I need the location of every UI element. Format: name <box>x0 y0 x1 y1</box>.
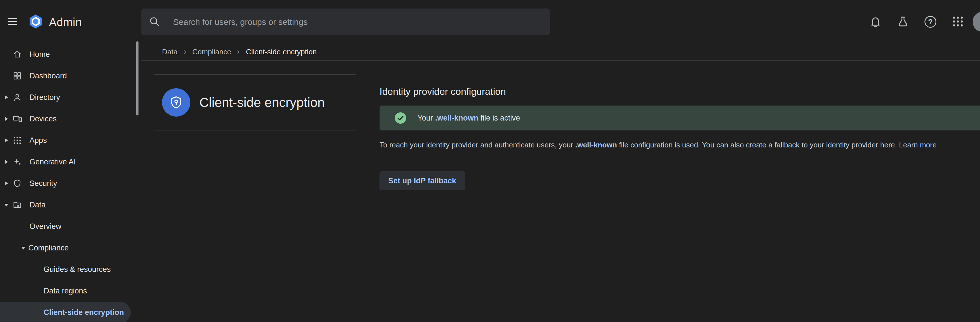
breadcrumb-link-data[interactable]: Data <box>162 48 178 56</box>
chevron-right-icon <box>0 138 13 143</box>
chevron-right-icon <box>0 95 13 100</box>
chevron-right-icon <box>0 181 13 186</box>
sidebar-item-label: Home <box>29 50 50 59</box>
success-banner: Your .well-known file is active <box>380 106 980 130</box>
sidebar-item-data-regions[interactable]: Data regions <box>0 280 141 301</box>
sidebar-scrollbar[interactable] <box>136 41 138 116</box>
home-icon <box>13 49 28 59</box>
page-title: Client-side encryption <box>199 95 325 110</box>
sidebar-item-label: Data <box>29 201 46 209</box>
chevron-right-icon <box>235 49 241 55</box>
chevron-right-icon <box>182 49 188 55</box>
section-divider <box>368 206 980 206</box>
breadcrumb: Data Compliance Client-side encryption <box>141 44 980 60</box>
person-icon <box>13 92 28 102</box>
apps-grid-button[interactable] <box>949 13 967 31</box>
avatar[interactable] <box>973 12 980 32</box>
sidebar-item-apps[interactable]: Apps <box>0 130 141 151</box>
setup-idp-fallback-button[interactable]: Set up IdP fallback <box>380 171 465 190</box>
description-part1: To reach your identity provider and auth… <box>380 141 575 149</box>
banner-text: Your .well-known file is active <box>417 114 520 122</box>
breadcrumb-current: Client-side encryption <box>246 48 317 56</box>
sidebar-item-label: Guides & resources <box>44 265 111 274</box>
hamburger-menu-button[interactable] <box>3 13 22 31</box>
sidebar-item-guides-resources[interactable]: Guides & resources <box>0 259 141 280</box>
sidebar-item-label: Generative AI <box>29 158 76 167</box>
section-heading: Identity provider configuration <box>380 86 980 97</box>
devices-icon <box>13 114 28 124</box>
sidebar-item-label: Dashboard <box>29 71 67 80</box>
flask-icon <box>897 15 909 29</box>
notifications-button[interactable] <box>866 13 885 31</box>
button-row: Set up IdP fallback <box>380 171 980 190</box>
check-circle-icon <box>394 111 407 125</box>
sidebar-item-security[interactable]: Security <box>0 173 141 194</box>
sidebar-item-label: Overview <box>29 222 62 231</box>
hamburger-icon <box>6 15 19 29</box>
topbar: Admin <box>0 0 980 44</box>
sidebar-item-client-side-encryption[interactable]: Client-side encryption <box>0 301 131 322</box>
search-icon <box>149 16 160 28</box>
idp-configuration-section: Identity provider configuration Your .we… <box>380 60 980 206</box>
dashboard-icon <box>13 71 28 81</box>
sidebar-item-directory[interactable]: Directory <box>0 87 141 108</box>
chevron-down-icon <box>0 202 13 208</box>
sidebar-item-label: Compliance <box>28 244 69 252</box>
apps-icon <box>13 136 28 145</box>
sidebar-item-dashboard[interactable]: Dashboard <box>0 65 141 87</box>
sidebar-item-generative-ai[interactable]: Generative AI <box>0 151 141 173</box>
sidebar-item-devices[interactable]: Devices <box>0 108 141 130</box>
sidebar-item-compliance[interactable]: Compliance <box>0 237 141 259</box>
encryption-shield-badge <box>162 88 190 117</box>
product-name: Admin <box>49 16 82 29</box>
search-input[interactable] <box>173 17 543 27</box>
main-content: Data Compliance Client-side encryption C… <box>141 44 980 322</box>
data-folder-icon <box>13 200 28 210</box>
admin-logo[interactable]: Admin <box>27 13 82 31</box>
sidebar-nav: Home Dashboard Directory De <box>0 44 141 322</box>
labs-button[interactable] <box>894 13 912 31</box>
bell-icon <box>869 15 882 29</box>
help-icon: ? <box>924 16 936 28</box>
chevron-down-icon <box>18 245 28 251</box>
sidebar-item-label: Security <box>29 179 57 188</box>
admin-console-screen: Admin <box>0 0 980 322</box>
shield-icon <box>13 179 28 188</box>
chevron-right-icon <box>0 159 13 165</box>
sidebar-item-label: Data regions <box>44 287 87 295</box>
search-bar <box>141 8 550 35</box>
apps-grid-icon <box>952 15 964 29</box>
sidebar-item-home[interactable]: Home <box>0 44 141 65</box>
sidebar-item-label: Apps <box>29 136 47 145</box>
page-header-card: Client-side encryption <box>154 75 356 130</box>
sidebar-item-label: Directory <box>29 93 60 102</box>
help-button[interactable]: ? <box>921 13 940 31</box>
banner-prefix: Your <box>417 114 435 122</box>
admin-logo-icon <box>27 13 44 31</box>
learn-more-link[interactable]: Learn more <box>899 141 937 149</box>
well-known-link[interactable]: .well-known <box>435 114 478 122</box>
breadcrumb-link-compliance[interactable]: Compliance <box>192 48 231 56</box>
topbar-actions: ? <box>866 13 967 31</box>
sidebar-item-overview[interactable]: Overview <box>0 216 141 237</box>
sidebar-item-label: Client-side encryption <box>44 308 124 317</box>
sparkle-icon <box>13 157 28 167</box>
description-part2: file configuration is used. You can also… <box>617 141 899 149</box>
sidebar-item-label: Devices <box>29 114 57 124</box>
sidebar-item-data[interactable]: Data <box>0 194 141 216</box>
banner-suffix: file is active <box>478 114 520 122</box>
well-known-link[interactable]: .well-known <box>575 141 617 149</box>
idp-description: To reach your identity provider and auth… <box>380 141 980 149</box>
chevron-right-icon <box>0 116 13 122</box>
